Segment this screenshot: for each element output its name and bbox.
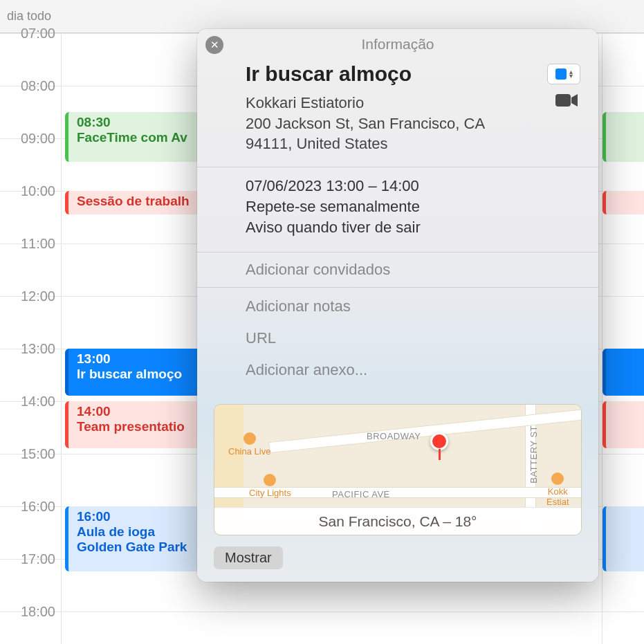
event-time: 16:00: [77, 509, 196, 524]
allday-label: dia todo: [7, 9, 51, 24]
hour-row: 18:00: [0, 611, 644, 644]
svg-rect-0: [555, 94, 571, 107]
hour-label: 09:00: [12, 131, 55, 147]
map-weather-footer: San Francisco, CA – 18°: [214, 507, 581, 535]
location-addr-line1: 200 Jackson St, San Francisco, CA: [246, 113, 578, 134]
map-poi: China Live: [228, 432, 270, 457]
poi-icon: [264, 474, 276, 486]
calendar-event-stub[interactable]: [602, 401, 644, 448]
calendar-event-stub[interactable]: [602, 191, 644, 214]
popover-header: Informação: [197, 29, 598, 53]
calendar-event[interactable]: 08:30FaceTime com Av: [65, 112, 203, 162]
hour-label: 16:00: [12, 499, 55, 515]
event-repeat: Repete-se semanalmente: [246, 198, 578, 216]
road-label-battery: BATTERY ST: [528, 425, 539, 484]
video-icon: [555, 93, 578, 108]
calendar-event[interactable]: 16:00Aula de iogaGolden Gate Park: [65, 506, 203, 571]
close-button[interactable]: ✕: [205, 36, 223, 54]
hour-label: 12:00: [12, 288, 55, 304]
allday-row: dia todo: [0, 0, 644, 33]
show-button[interactable]: Mostrar: [214, 546, 283, 569]
invitees-section[interactable]: Adicionar convidados: [197, 252, 598, 288]
event-alert: Aviso quando tiver de sair: [246, 219, 578, 237]
title-section: Ir buscar almoço ▴▾ Kokkari Estiatorio 2…: [197, 53, 598, 167]
poi-label: China Live: [228, 446, 270, 457]
map-poi: KokkEstiat: [546, 472, 569, 507]
event-location[interactable]: Kokkari Estiatorio 200 Jackson St, San F…: [246, 93, 578, 154]
hour-label: 15:00: [12, 446, 55, 462]
calendar-event[interactable]: 14:00Team presentatio: [65, 401, 203, 448]
hour-label: 13:00: [12, 341, 55, 357]
calendar-color-swatch: [555, 68, 567, 80]
event-subtitle: Golden Gate Park: [77, 540, 196, 555]
map-pin-icon: [429, 432, 450, 461]
hour-label: 07:00: [12, 26, 55, 42]
calendar-event[interactable]: Sessão de trabalh: [65, 191, 203, 214]
add-url[interactable]: URL: [246, 329, 276, 347]
add-invitees[interactable]: Adicionar convidados: [246, 261, 390, 278]
calendar-event-stub[interactable]: [602, 506, 644, 571]
hour-label: 11:00: [12, 236, 55, 252]
map-preview[interactable]: BROADWAY PACIFIC AVE BATTERY ST China Li…: [214, 404, 582, 535]
hour-label: 18:00: [12, 604, 55, 620]
hour-label: 10:00: [12, 183, 55, 199]
road-label-broadway: BROADWAY: [367, 431, 421, 441]
event-info-popover: ✕ Informação Ir buscar almoço ▴▾ Kokkari…: [197, 29, 598, 582]
chevron-updown-icon: ▴▾: [569, 70, 573, 78]
poi-icon: [243, 432, 256, 445]
video-call-button[interactable]: [555, 93, 578, 108]
location-name: Kokkari Estiatorio: [246, 93, 578, 113]
event-title-text: FaceTime com Av: [77, 130, 196, 145]
poi-label: City Lights: [249, 488, 291, 498]
event-title-text: Sessão de trabalh: [77, 194, 196, 209]
time-section[interactable]: 07/06/2023 13:00 – 14:00 Repete-se seman…: [197, 167, 598, 252]
calendar-event-stub[interactable]: [602, 112, 644, 162]
calendar-event[interactable]: 13:00Ir buscar almoço: [65, 349, 203, 396]
calendar-event-stub[interactable]: [602, 349, 644, 396]
event-time: 14:00: [77, 404, 196, 419]
close-icon: ✕: [210, 39, 219, 51]
location-addr-line2: 94111, United States: [246, 134, 578, 154]
hour-label: 08:00: [12, 78, 55, 94]
event-title[interactable]: Ir buscar almoço: [246, 62, 578, 86]
event-time: 08:30: [77, 115, 196, 130]
notes-section: Adicionar notas URL Adicionar anexo...: [197, 288, 598, 392]
add-attachment[interactable]: Adicionar anexo...: [246, 361, 367, 378]
road-label-pacific: PACIFIC AVE: [332, 489, 390, 499]
hour-label: 17:00: [12, 551, 55, 567]
event-title-text: Aula de ioga: [77, 524, 196, 540]
calendar-picker[interactable]: ▴▾: [547, 64, 580, 84]
map-poi: City Lights: [249, 474, 291, 498]
poi-icon: [551, 472, 564, 485]
hour-label: 14:00: [12, 394, 55, 410]
event-title-text: Ir buscar almoço: [77, 367, 196, 382]
add-notes[interactable]: Adicionar notas: [246, 297, 351, 315]
event-time: 13:00: [77, 351, 196, 367]
poi-label: KokkEstiat: [546, 486, 569, 507]
event-title-text: Team presentatio: [77, 419, 196, 434]
event-datetime: 07/06/2023 13:00 – 14:00: [246, 177, 578, 195]
